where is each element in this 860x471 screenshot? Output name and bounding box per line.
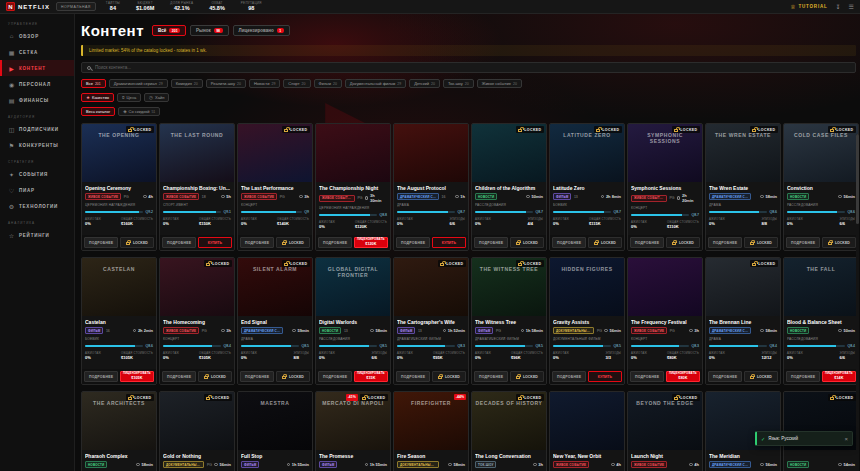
sidebar-item-content[interactable]: ▶ КОНТЕНТ <box>0 60 74 76</box>
content-card[interactable]: SYMPHONIC SESSIONS LOCKED Symphonic Sess… <box>627 123 703 251</box>
locked-button[interactable]: LOCKED <box>510 371 544 382</box>
content-card[interactable]: MAESTRA Full Stop ФИЛЬМ 1h 55min ПОДРОБН… <box>237 391 313 471</box>
content-card[interactable]: LOCKED The Brennan Line ДРАМАТИЧЕСКИЙ СЕ… <box>705 257 781 385</box>
license-button[interactable]: ЛИЦЕНЗИРОВАТЬ$15K <box>354 371 388 382</box>
details-button[interactable]: ПОДРОБНЕЕ <box>474 237 508 248</box>
content-card[interactable]: SILENT ALARM LOCKED End Signal ДРАМАТИЧЕ… <box>237 257 313 385</box>
menu-icon[interactable]: ☰ <box>849 3 854 10</box>
filter-chip[interactable]: Документальный фильм 29 <box>345 79 406 88</box>
filter-chip[interactable]: Весь каталог <box>81 107 115 116</box>
filter-chip[interactable]: ◷ Хайп <box>144 93 169 102</box>
details-button[interactable]: ПОДРОБНЕЕ <box>786 371 820 382</box>
locked-button[interactable]: LOCKED <box>666 237 700 248</box>
buy-button[interactable]: КУПИТЬ <box>588 371 622 382</box>
license-button[interactable]: ЛИЦЕНЗИРОВАТЬ$80K <box>666 371 700 382</box>
content-card[interactable]: DECADES OF HISTORY LOCKED The Long Conve… <box>471 391 547 471</box>
content-card[interactable]: MERCATO DI NAPOLI -41% LOCKED The Promes… <box>315 391 391 471</box>
filter-chip[interactable]: Фильм 20 <box>314 79 342 88</box>
filter-chip[interactable]: Живое событие 20 <box>477 79 522 88</box>
content-card[interactable]: THE ARCHITECTS LOCKED Pharaoh Complex НО… <box>81 391 157 471</box>
details-button[interactable]: ПОДРОБНЕЕ <box>240 237 274 248</box>
close-icon[interactable]: × <box>844 436 848 442</box>
details-button[interactable]: ПОДРОБНЕЕ <box>708 371 742 382</box>
details-button[interactable]: ПОДРОБНЕЕ <box>162 237 196 248</box>
sidebar-item-subscribers[interactable]: ◫ ПОДПИСЧИКИ <box>0 121 74 137</box>
license-button[interactable]: ЛИЦЕНЗИРОВАТЬ$120K <box>354 237 388 248</box>
content-card[interactable]: The Frequency Festival ЖИВОЕ СОБЫТИЕ PG … <box>627 257 703 385</box>
sidebar-item-ratings[interactable]: ☆ РЕЙТИНГИ <box>0 227 74 243</box>
buy-button[interactable]: КУПИТЬ <box>432 237 466 248</box>
filter-chip[interactable]: Реалити-шоу 20 <box>206 79 246 88</box>
filter-chip[interactable]: Комедия 20 <box>171 79 203 88</box>
locked-button[interactable]: LOCKED <box>276 237 310 248</box>
details-button[interactable]: ПОДРОБНЕЕ <box>708 237 742 248</box>
details-button[interactable]: ПОДРОБНЕЕ <box>318 237 352 248</box>
content-card[interactable]: LOCKED The Cartographer's Wife ФИЛЬМ 13 … <box>393 257 469 385</box>
details-button[interactable]: ПОДРОБНЕЕ <box>474 371 508 382</box>
locked-button[interactable]: LOCKED <box>432 371 466 382</box>
content-card[interactable]: FIREFIGHTER -44% Fire Season ДОКУМЕНТАЛЬ… <box>393 391 469 471</box>
locked-button[interactable]: LOCKED <box>822 237 856 248</box>
filter-chip[interactable]: Новости 29 <box>249 79 280 88</box>
content-card[interactable]: New Year, New Orbit ЖИВОЕ СОБЫТИЕ 4h ПОД… <box>549 391 625 471</box>
locked-button[interactable]: LOCKED <box>276 371 310 382</box>
sidebar-item-grid[interactable]: ▦ СЕТКА <box>0 44 74 60</box>
content-card[interactable]: BEYOND THE EDGE LOCKED Launch Night ЖИВО… <box>627 391 703 471</box>
details-button[interactable]: ПОДРОБНЕЕ <box>162 371 196 382</box>
content-card[interactable]: LOCKED The Homecoming ЖИВОЕ СОБЫТИЕ PG 3… <box>159 257 235 385</box>
content-card[interactable]: CASTELAN Castelan ФИЛЬМ 16 2h 2min БОЕВИ… <box>81 257 157 385</box>
filter-chip[interactable]: Все 201 <box>81 79 106 88</box>
details-button[interactable]: ПОДРОБНЕЕ <box>552 237 586 248</box>
details-button[interactable]: ПОДРОБНЕЕ <box>84 237 118 248</box>
license-button[interactable]: ЛИЦЕНЗИРОВАТЬ$105K <box>120 371 154 382</box>
content-card[interactable]: LATITUDE ZERO LOCKED Latitude Zero ФИЛЬМ… <box>549 123 625 251</box>
details-button[interactable]: ПОДРОБНЕЕ <box>396 237 430 248</box>
details-button[interactable]: ПОДРОБНЕЕ <box>318 371 352 382</box>
sidebar-item-overview[interactable]: ⌂ ОБЗОР <box>0 28 74 44</box>
details-button[interactable]: ПОДРОБНЕЕ <box>396 371 430 382</box>
details-button[interactable]: ПОДРОБНЕЕ <box>240 371 274 382</box>
content-card[interactable]: HIDDEN FIGURES Gravity Assists ДОКУМЕНТА… <box>549 257 625 385</box>
content-card[interactable]: THE WITNESS TREE LOCKED The Witness Tree… <box>471 257 547 385</box>
download-icon[interactable]: ↧ <box>836 3 841 10</box>
locked-button[interactable]: LOCKED <box>120 237 154 248</box>
details-button[interactable]: ПОДРОБНЕЕ <box>84 371 118 382</box>
sidebar-item-pr[interactable]: ♡ ПИАР <box>0 182 74 198</box>
filter-chip[interactable]: ◈ Со скидкой 51 <box>118 107 160 116</box>
locked-button[interactable]: LOCKED <box>198 371 232 382</box>
sidebar-item-events[interactable]: ✦ СОБЫТИЯ <box>0 166 74 182</box>
content-card[interactable]: The Championship Night ЖИВОЕ СОБЫТИЕ PG … <box>315 123 391 251</box>
locked-button[interactable]: LOCKED <box>510 237 544 248</box>
sidebar-item-finance[interactable]: ▤ ФИНАНСЫ <box>0 92 74 108</box>
details-button[interactable]: ПОДРОБНЕЕ <box>630 237 664 248</box>
buy-button[interactable]: КУПИТЬ <box>198 237 232 248</box>
details-button[interactable]: ПОДРОБНЕЕ <box>786 237 820 248</box>
filter-pill[interactable]: Всё 201 <box>152 25 186 36</box>
sidebar-item-tech[interactable]: ⚙ ТЕХНОЛОГИИ <box>0 198 74 214</box>
tutorial-button[interactable]: ♕ TUTORIAL <box>790 3 827 10</box>
filter-pill[interactable]: Лицензировано 1 <box>233 25 290 36</box>
scrollbar-thumb[interactable] <box>856 134 859 224</box>
content-card[interactable]: COLD CASE FILES LOCKED Conviction НОВОСТ… <box>783 123 859 251</box>
filter-pill[interactable]: Рынок 98 <box>190 25 228 36</box>
details-button[interactable]: ПОДРОБНЕЕ <box>630 371 664 382</box>
sidebar-item-competitors[interactable]: ⚑ КОНКУРЕНТЫ <box>0 137 74 153</box>
content-card[interactable]: THE FALL Blood & Balance Sheet НОВОСТИ 5… <box>783 257 859 385</box>
locked-button[interactable]: LOCKED <box>588 237 622 248</box>
filter-chip[interactable]: ★ Качество <box>81 93 114 102</box>
scrollbar[interactable] <box>856 134 859 471</box>
netflix-logo-icon[interactable]: N <box>6 2 15 11</box>
sidebar-item-staff[interactable]: ◉ ПЕРСОНАЛ <box>0 76 74 92</box>
content-card[interactable]: THE OPENING LOCKED Opening Ceremony ЖИВО… <box>81 123 157 251</box>
filter-chip[interactable]: ¤ Цена <box>117 93 141 102</box>
content-card[interactable]: LOCKED Gold or Nothing ДОКУМЕНТАЛЬНЫЙ ФИ… <box>159 391 235 471</box>
content-card[interactable]: GLOBAL DIGITAL FRONTIER Digital Warlords… <box>315 257 391 385</box>
filter-chip[interactable]: Детский 20 <box>409 79 440 88</box>
license-button[interactable]: ЛИЦЕНЗИРОВАТЬ$14K <box>822 371 856 382</box>
content-card[interactable]: THE LAST ROUND Championship Boxing: Un..… <box>159 123 235 251</box>
content-card[interactable]: The Wren Estate LOCKED The Wren Estate Д… <box>705 123 781 251</box>
locked-button[interactable]: LOCKED <box>744 371 778 382</box>
filter-chip[interactable]: Ток-шоу 20 <box>443 79 474 88</box>
filter-chip[interactable]: Спорт 20 <box>283 79 310 88</box>
details-button[interactable]: ПОДРОБНЕЕ <box>552 371 586 382</box>
